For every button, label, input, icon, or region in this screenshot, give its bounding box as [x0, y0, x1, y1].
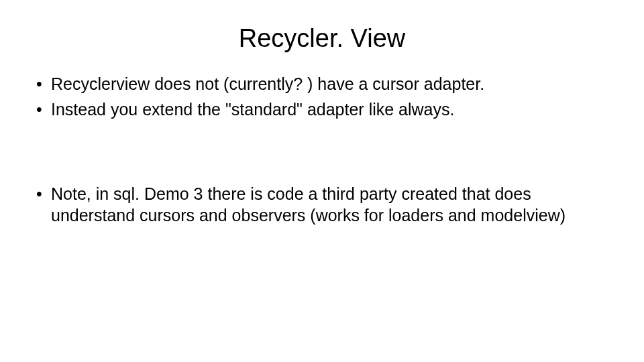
list-item: Note, in sql. Demo 3 there is code a thi…	[32, 183, 612, 226]
list-item: Recyclerview does not (currently? ) have…	[32, 73, 612, 95]
slide: Recycler. View Recyclerview does not (cu…	[0, 0, 644, 362]
bullet-list-bottom: Note, in sql. Demo 3 there is code a thi…	[32, 183, 612, 226]
slide-title: Recycler. View	[32, 24, 612, 53]
bullet-list-top: Recyclerview does not (currently? ) have…	[32, 73, 612, 120]
spacer	[32, 124, 612, 183]
list-item: Instead you extend the "standard" adapte…	[32, 99, 612, 120]
